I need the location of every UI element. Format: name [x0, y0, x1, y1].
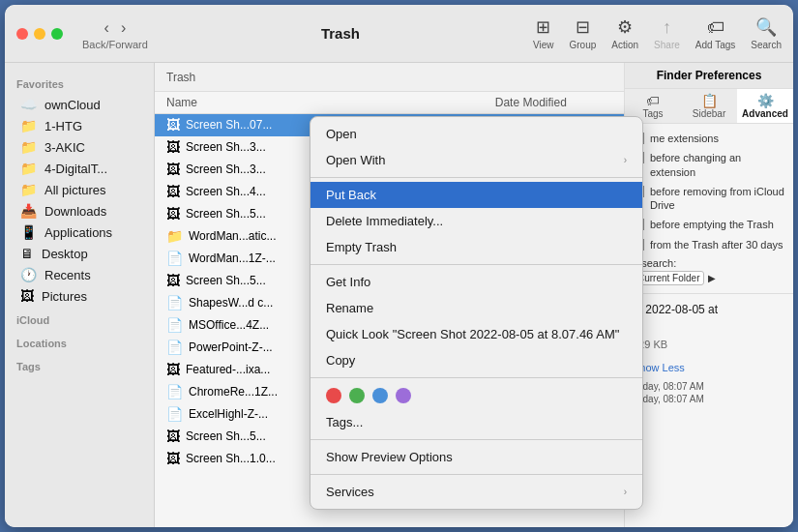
ctx-chevron-icon: ›	[624, 487, 627, 497]
close-button[interactable]	[16, 28, 28, 40]
file-type-icon: 🖼	[166, 451, 180, 466]
sidebar-item-label: All pictures	[44, 183, 106, 197]
ctx-item-label: Rename	[326, 301, 373, 315]
maximize-button[interactable]	[51, 28, 63, 40]
prefs-tab-advanced[interactable]: ⚙️ Advanced	[737, 89, 793, 123]
color-tag[interactable]	[349, 388, 365, 403]
search-scope-value[interactable]: Current Folder	[633, 271, 704, 285]
prefs-item: from the Trash after 30 days	[633, 238, 785, 251]
sidebar-item-label: Recents	[44, 268, 91, 282]
context-menu-separator	[310, 439, 642, 440]
prefs-search-scope[interactable]: Current Folder ▶	[633, 271, 785, 285]
prefs-title: Finder Preferences	[625, 63, 793, 89]
search-button[interactable]: 🔍 Search	[751, 16, 782, 50]
context-menu: OpenOpen With›Put BackDelete Immediately…	[310, 116, 643, 510]
toolbar: ‹ › Back/Forward Trash ⊞ View ⊟ Group ⚙ …	[5, 5, 793, 63]
file-type-icon: 🖼	[166, 206, 180, 222]
traffic-lights	[16, 28, 63, 40]
sidebar-item-desktop[interactable]: 🖥 Desktop	[9, 243, 150, 264]
main-pane: Trash + Empty Name Date Modified Size 🖼 …	[155, 63, 793, 527]
forward-button[interactable]: ›	[117, 17, 130, 39]
ctx-item-get-info[interactable]: Get Info	[310, 269, 642, 295]
ctx-item-open-with[interactable]: Open With›	[310, 147, 642, 173]
add-tags-button[interactable]: 🏷 Add Tags	[695, 17, 736, 50]
ctx-item-services[interactable]: Services›	[310, 479, 642, 505]
ctx-item-tags[interactable]: Tags...	[310, 409, 642, 435]
ctx-item-label: Services	[326, 485, 374, 499]
ctx-item-empty-trash[interactable]: Empty Trash	[310, 234, 642, 260]
tags-tab-label: Tags	[642, 108, 663, 119]
ctx-item-delete-immediately[interactable]: Delete Immediately...	[310, 208, 642, 234]
search-icon: 🔍	[755, 16, 777, 38]
ctx-item-label: Get Info	[326, 275, 370, 289]
group-button[interactable]: ⊟ Group	[570, 16, 597, 50]
share-icon: ↑	[663, 17, 671, 38]
action-button[interactable]: ⚙ Action	[611, 16, 638, 50]
prefs-text: me extensions	[650, 132, 719, 145]
ctx-item-label: Open	[326, 127, 357, 141]
file-type-icon: 📄	[166, 295, 183, 310]
sidebar-item-3akic[interactable]: 📁 3-AKIC	[9, 136, 150, 158]
share-button[interactable]: ↑ Share	[654, 17, 680, 50]
ctx-item-rename[interactable]: Rename	[310, 295, 642, 321]
sidebar: Favorites ☁️ ownCloud 📁 1-HTG 📁 3-AKIC 📁…	[5, 63, 155, 527]
view-icon: ⊞	[536, 16, 550, 38]
sidebar-item-pictures[interactable]: 🖼 Pictures	[9, 285, 150, 307]
color-tag[interactable]	[396, 388, 411, 403]
file-type-icon: 📁	[166, 228, 183, 244]
ctx-item-quick-look[interactable]: Quick Look "Screen Shot 2022-08-05 at 8.…	[310, 321, 642, 347]
folder-icon: 📁	[20, 139, 37, 155]
file-type-icon: 🖼	[166, 162, 180, 177]
color-tag[interactable]	[326, 388, 341, 403]
sidebar-item-1htg[interactable]: 📁 1-HTG	[9, 115, 150, 136]
col-date-header: Date Modified	[409, 96, 652, 109]
date-value: Today, 08:07 AM	[633, 394, 704, 404]
ctx-chevron-icon: ›	[624, 155, 627, 165]
color-tag[interactable]	[372, 388, 388, 403]
file-type-icon: 📄	[166, 406, 183, 422]
context-menu-separator	[310, 177, 642, 178]
sidebar-item-allpictures[interactable]: 📁 All pictures	[9, 179, 150, 200]
sidebar-item-applications[interactable]: 📱 Applications	[9, 222, 150, 243]
file-type-icon: 🖼	[166, 139, 180, 155]
minimize-button[interactable]	[34, 28, 45, 40]
owncloud-icon: ☁️	[20, 97, 37, 112]
ctx-item-show-preview[interactable]: Show Preview Options	[310, 444, 642, 470]
action-icon: ⚙	[617, 16, 633, 38]
sidebar-item-label: Applications	[44, 225, 112, 240]
file-type-icon: 🖼	[166, 429, 180, 444]
sidebar-item-label: ownCloud	[44, 98, 101, 112]
file-type-icon: 🖼	[166, 184, 180, 199]
toolbar-actions: ⊞ View ⊟ Group ⚙ Action ↑ Share 🏷 Add Ta…	[533, 16, 782, 50]
tags-tab-icon: 🏷	[627, 93, 679, 108]
back-forward-label: Back/Forward	[82, 39, 148, 50]
context-menu-separator	[310, 474, 642, 475]
ctx-item-label: Empty Trash	[326, 240, 397, 254]
applications-icon: 📱	[20, 224, 37, 240]
preview-size: 129 KB	[633, 339, 785, 350]
ctx-item-label: Tags...	[326, 415, 363, 429]
show-less-button[interactable]: Show Less	[625, 358, 793, 377]
prefs-search-scope-label: a search:	[633, 257, 785, 269]
view-button[interactable]: ⊞ View	[533, 16, 554, 50]
sidebar-item-owncloud[interactable]: ☁️ ownCloud	[9, 94, 150, 115]
folder-icon: 📁	[20, 161, 37, 176]
ctx-item-put-back[interactable]: Put Back	[310, 182, 642, 208]
icloud-label: iCloud	[5, 307, 154, 330]
sidebar-item-downloads[interactable]: 📥 Downloads	[9, 200, 150, 222]
ctx-item-copy[interactable]: Copy	[310, 347, 642, 373]
prefs-tab-sidebar[interactable]: 📋 Sidebar	[681, 89, 737, 123]
prefs-date-row: Today, 08:07 AM	[633, 394, 785, 404]
desktop-icon: 🖥	[20, 246, 34, 261]
preview-subtitle: l	[633, 318, 785, 335]
sidebar-item-label: 1-HTG	[44, 119, 82, 133]
sidebar-item-4digitalt[interactable]: 📁 4-DigitalT...	[9, 158, 150, 179]
prefs-preview: ot 2022-08-05 at l 129 KB	[625, 293, 793, 358]
folder-icon: 📁	[20, 118, 37, 133]
ctx-item-open[interactable]: Open	[310, 121, 642, 147]
sidebar-item-recents[interactable]: 🕐 Recents	[9, 264, 150, 285]
sidebar-item-label: 4-DigitalT...	[44, 162, 107, 176]
back-button[interactable]: ‹	[101, 17, 113, 39]
sidebar-item-label: Desktop	[42, 247, 88, 261]
file-type-icon: 🖼	[166, 117, 180, 133]
